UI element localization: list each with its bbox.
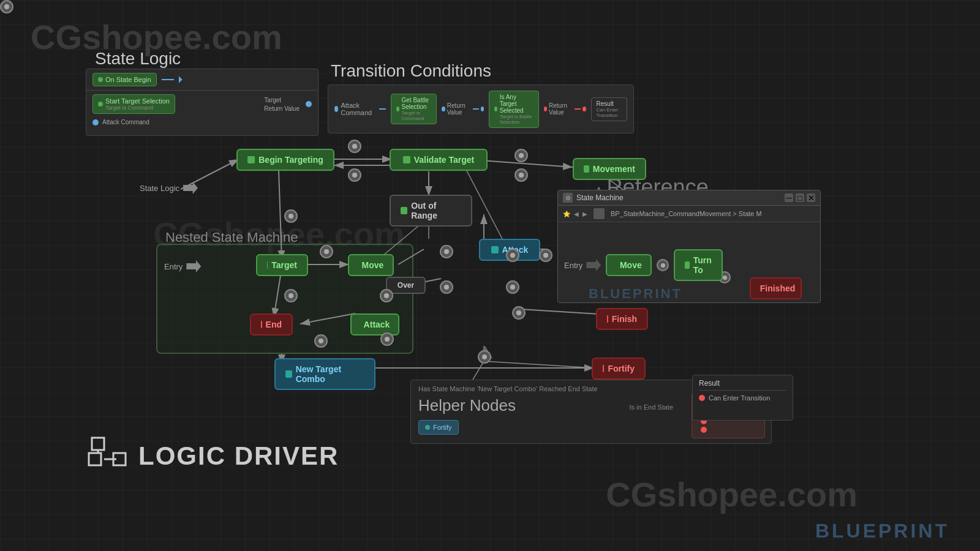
sm-turn-to-node[interactable]: Turn To [674, 249, 723, 281]
entry-node-main: State Logic [140, 182, 198, 194]
trans-circle-6 [320, 245, 333, 258]
logo-area: LOGIC DRIVER [86, 435, 339, 478]
is-any-target-selected-node: Is Any Target Selected Target is Battle … [489, 91, 538, 128]
begin-targeting-node[interactable]: Begin Targeting [236, 149, 334, 171]
trans-circle-5 [284, 209, 298, 223]
state-logic-panel: On State Begin Start Target Selection Ta… [86, 69, 318, 136]
sm-trans-1 [657, 259, 669, 271]
validate-target-node[interactable]: Validate Target [390, 149, 488, 171]
fortify-helper-node[interactable]: Fortify [418, 420, 459, 435]
sm-breadcrumb: ⭐ ◀ ▶ BP_StateMachine_CommandMovement > … [558, 206, 820, 222]
end-node[interactable]: End [250, 313, 293, 335]
start-target-selection-node: Start Target Selection Target is Command [92, 94, 175, 114]
attack-nested-node[interactable]: Attack [350, 313, 399, 335]
logo-text: LOGIC DRIVER [138, 441, 339, 471]
movement-node[interactable]: Movement [573, 158, 646, 180]
blueprint-watermark-main: BLUEPRINT [815, 520, 949, 542]
trans-circle-17 [512, 306, 526, 320]
trans-circle-2 [348, 168, 361, 182]
window-controls: ─ □ ✕ [785, 193, 815, 202]
sm-window-titlebar: ⚙ State Machine ─ □ ✕ [558, 190, 820, 206]
restore-btn[interactable]: □ [796, 193, 804, 202]
trans-circle-10 [506, 280, 519, 294]
finish-node[interactable]: Finish [596, 308, 648, 330]
transition-panel: Attack Command Get Battle Selection Targ… [328, 84, 634, 133]
trans-circle-14 [506, 249, 519, 262]
trans-circle-3 [514, 149, 528, 162]
get-battle-selection-node: Get Battle Selection Target is Command [391, 94, 437, 124]
fortify-node[interactable]: Fortify [592, 358, 646, 380]
blueprint-watermark-sm: BLUEPRINT [589, 286, 682, 302]
move-nested-node[interactable]: Move [348, 254, 394, 276]
svg-rect-35 [89, 453, 101, 465]
logic-driver-icon [86, 435, 129, 478]
trans-circle-9 [440, 280, 453, 294]
trans-circle-11 [284, 289, 298, 302]
sm-finished-node[interactable]: Finished [750, 277, 802, 299]
target-node[interactable]: Target [256, 254, 308, 276]
svg-rect-36 [92, 438, 104, 450]
trans-circle-4 [514, 168, 528, 182]
sm-entry-node: Entry [564, 259, 601, 271]
on-state-begin-node: On State Begin [92, 73, 157, 86]
result-panel: Result Can Enter Transition [692, 375, 793, 421]
trans-circle-16 [478, 350, 491, 364]
trans-circle-13 [314, 334, 328, 348]
sm-window-content: Entry Move Turn To Finished BLUEPRINT [558, 222, 820, 308]
out-of-range-node[interactable]: Out of Range [390, 195, 472, 227]
trans-circle-sm1 [0, 0, 13, 13]
trans-circle-7 [380, 289, 393, 302]
result-node: Result Can Enter Transition [591, 97, 627, 121]
trans-circle-12 [380, 332, 394, 346]
trans-circle-8 [440, 245, 453, 258]
state-machine-window[interactable]: ⚙ State Machine ─ □ ✕ ⭐ ◀ ▶ BP_StateMach… [557, 190, 821, 303]
watermark-bottom: CGshopee.com [606, 474, 858, 514]
state-logic-label: State Logic [95, 49, 181, 69]
new-target-combo-node[interactable]: New Target Combo [274, 358, 375, 390]
trans-circle-15 [539, 249, 552, 262]
sm-move-node[interactable]: Move [606, 254, 652, 276]
trans-circle-1 [348, 140, 361, 153]
transition-conditions-label: Transition Conditions [331, 61, 491, 81]
nested-sm-label: Nested State Machine [165, 230, 298, 246]
minimize-btn[interactable]: ─ [785, 193, 793, 202]
close-btn[interactable]: ✕ [807, 193, 815, 202]
nested-entry-node: Entry [164, 260, 201, 272]
